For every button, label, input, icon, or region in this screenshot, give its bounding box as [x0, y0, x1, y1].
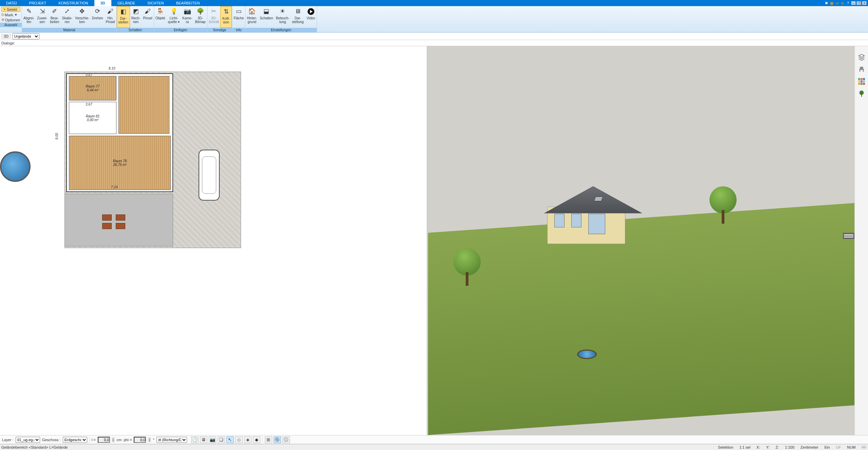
- status-x: X:: [757, 445, 760, 449]
- phi-spin-down[interactable]: ▼: [148, 440, 150, 442]
- floorplan-canvas[interactable]: 8.10 9.00 Raum 77 6,44 m² 3.67 Ra: [14, 53, 413, 421]
- dim: 7.24: [111, 185, 117, 189]
- svg-rect-4: [858, 80, 860, 82]
- status-scale: 1:100: [785, 445, 795, 449]
- group-label-einfuegen: Einfügen: [154, 28, 207, 32]
- mark-dropdown[interactable]: ⧉ Mark. ▾: [1, 13, 20, 17]
- box-icon[interactable]: ▦: [829, 1, 834, 5]
- window-minimize-button[interactable]: —: [851, 1, 856, 5]
- panel-drag-handle[interactable]: [843, 233, 854, 239]
- ribbon-label: Objekt: [155, 16, 165, 20]
- ribbon-rechnen-button[interactable]: ◩Rech-nen: [130, 6, 142, 28]
- menu-tab-datei[interactable]: DATEI: [0, 0, 23, 6]
- plant-icon[interactable]: [857, 90, 866, 98]
- optbar-screen-icon[interactable]: 🖥: [200, 436, 207, 443]
- optbar-wire-icon[interactable]: ◇: [235, 436, 243, 443]
- svg-rect-3: [863, 78, 865, 80]
- selekt-button[interactable]: ➤ Selekt: [1, 7, 20, 12]
- palette-icon[interactable]: [857, 77, 866, 86]
- menu-tab-sichten[interactable]: SICHTEN: [141, 0, 170, 6]
- ribbon-label: sion: [223, 20, 229, 24]
- ribbon-label: Abgrei-: [23, 16, 34, 20]
- geschoss-select[interactable]: Erdgescho: [63, 437, 87, 443]
- option-bar: Layer : 01_ug.eg.o Geschoss : Erdgescho …: [0, 435, 868, 444]
- optbar-grid-icon[interactable]: ⊞: [265, 436, 272, 443]
- menu-tab-konstruktion[interactable]: KONSTRUKTION: [52, 0, 94, 6]
- svg-rect-11: [861, 94, 862, 97]
- ribbon-flaeche-button[interactable]: ▭Fläche: [232, 6, 245, 28]
- svg-rect-9: [863, 83, 865, 85]
- titlebar-icons: ✖ ▦ ▭ ◎ ? — ❐ ✕: [824, 0, 868, 6]
- optbar-info-icon[interactable]: ⓘ: [282, 436, 290, 443]
- ribbon-abgreifen-button[interactable]: ✎Abgrei-fen: [22, 6, 36, 28]
- optbar-solid-icon[interactable]: ◆: [253, 436, 260, 443]
- ribbon-lichtquelle-button[interactable]: 💡Licht-quelle ▾: [167, 6, 181, 28]
- room-77[interactable]: Raum 77 6,44 m²: [69, 76, 116, 100]
- status-num: NUM: [847, 445, 855, 449]
- layer-select[interactable]: 01_ug.eg.o: [16, 437, 40, 443]
- plus-icon: ✚: [1, 18, 4, 22]
- menu-tab-gelaende[interactable]: GELÄNDE: [111, 0, 142, 6]
- room-area: 26,75 m²: [113, 163, 126, 167]
- richtung-select[interactable]: dl (Richtung/Di: [156, 437, 187, 443]
- view-select[interactable]: Urgelände: [12, 33, 39, 39]
- floorplan-pane[interactable]: 8.10 9.00 Raum 77 6,44 m² 3.67 Ra: [0, 46, 428, 435]
- optbar-cam-icon[interactable]: 📷: [209, 436, 216, 443]
- ribbon-label: 3D-: [198, 16, 203, 20]
- help-icon[interactable]: ?: [846, 1, 850, 5]
- phi-input[interactable]: [134, 437, 146, 443]
- 3d-view-pane[interactable]: [428, 46, 855, 435]
- l-input[interactable]: [98, 437, 110, 443]
- ribbon-darstellen-button[interactable]: ◧Dar-stellen: [117, 6, 130, 28]
- ribbon-label: Bitmap: [195, 20, 206, 24]
- stair-area[interactable]: [118, 76, 169, 134]
- selekt-label: Selekt: [7, 7, 17, 12]
- ribbon-label: Hin.: [107, 16, 113, 20]
- ribbon-kamera-button[interactable]: 📷Kame-ra: [181, 6, 193, 28]
- svg-rect-2: [861, 78, 863, 80]
- ribbon-beleuchtung-button[interactable]: ☀Beleuch-tung: [275, 6, 291, 28]
- target-icon[interactable]: ◎: [840, 1, 845, 5]
- hin-pinsel-icon: 🖌: [106, 7, 114, 16]
- optionen-button[interactable]: ✚ Optionen: [1, 18, 20, 22]
- optbar-shade-icon[interactable]: ◈: [244, 436, 252, 443]
- ribbon-label: Kame-: [182, 16, 192, 20]
- ribbon-video-button[interactable]: Video: [305, 6, 317, 28]
- ribbon-zuweisen-button[interactable]: ⇲Zuwei-sen: [36, 6, 49, 28]
- optbar-cursor-icon[interactable]: ↖: [226, 436, 234, 443]
- ribbon-verschieben-button[interactable]: ✥Verschie-ben: [74, 6, 91, 28]
- ribbon-objekt-button[interactable]: 🪑Objekt: [154, 6, 167, 28]
- ribbon-3d-bitmap-button[interactable]: 🌳3D-Bitmap: [194, 6, 207, 28]
- ribbon-bearbeiten-button[interactable]: ✐Bear-beiten: [49, 6, 60, 28]
- tools-icon[interactable]: ✖: [824, 1, 829, 5]
- menu-tab-bearbeiten[interactable]: BEARBEITEN: [170, 0, 206, 6]
- furniture-icon[interactable]: [857, 65, 866, 73]
- room-78[interactable]: Raum 78 26,75 m²: [69, 136, 171, 190]
- ribbon-hin-pinsel-button[interactable]: 🖌Hin.Pinsel: [105, 6, 116, 28]
- ribbon-pinsel-button[interactable]: 🖌Pinsel: [142, 6, 153, 28]
- window-restore-button[interactable]: ❐: [856, 1, 861, 5]
- bench: [102, 214, 112, 221]
- status-uf: UF: [836, 445, 841, 449]
- ribbon-darstellung-button[interactable]: 🖥Dar-stellung: [291, 6, 305, 28]
- ribbon-schatten-set-button[interactable]: ⬓Schatten: [258, 6, 274, 28]
- screen-icon[interactable]: ▭: [835, 1, 839, 5]
- optbar-clock-icon[interactable]: 🕓: [191, 436, 199, 443]
- window-close-button[interactable]: ✕: [862, 1, 867, 5]
- ribbon-skalieren-button[interactable]: ⤢Skalie-ren: [61, 6, 74, 28]
- ribbon-kollision-button[interactable]: ⇅Kolli-sion: [220, 6, 232, 28]
- ribbon-group-schatten: ◧Dar-stellen◩Rech-nen🖌Pinsel Schatten: [117, 6, 154, 32]
- optbar-north-icon[interactable]: Ⓝ: [274, 436, 281, 443]
- menu-tab-3d[interactable]: 3D: [94, 0, 111, 6]
- layers-icon[interactable]: [857, 53, 866, 61]
- status-selektion: Selektion: [718, 445, 733, 449]
- ribbon-hintergrund-button[interactable]: 🏠Hinter-grund: [245, 6, 258, 28]
- menu-tab-projekt[interactable]: PROJEKT: [23, 0, 53, 6]
- l-spin-down[interactable]: ▼: [112, 440, 114, 442]
- dim-outer-h: 9.00: [55, 133, 59, 139]
- ribbon-3d-schnitt-button[interactable]: ✂3D-Schnitt: [207, 6, 221, 28]
- ribbon-drehen-button[interactable]: ⟳Drehen: [91, 6, 105, 28]
- room-area: 0,00 m²: [87, 118, 98, 122]
- optbar-stack-icon[interactable]: ❏: [218, 436, 225, 443]
- room-81[interactable]: Raum 81 0,00 m²: [69, 102, 116, 134]
